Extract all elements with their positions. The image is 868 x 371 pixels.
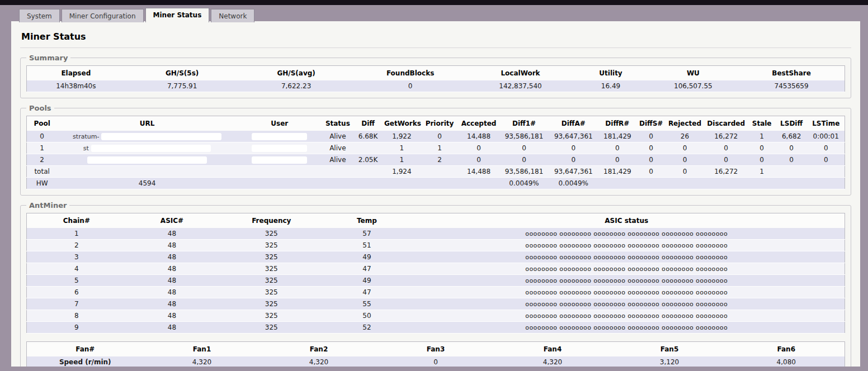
antminer-legend: AntMiner: [26, 201, 69, 210]
table-cell: oooooooo oooooooo oooooooo oooooooo oooo…: [408, 287, 845, 298]
column-header: Accepted: [458, 116, 499, 131]
table-cell: 48: [126, 240, 218, 251]
table-cell: 0: [807, 142, 845, 154]
table-cell: 14,488: [458, 131, 499, 142]
column-header: LSTime: [807, 116, 845, 131]
table-cell: 16.49: [573, 80, 648, 92]
column-header: LocalWork: [468, 66, 574, 81]
table-cell: 1: [748, 166, 775, 178]
table-cell: 2: [421, 154, 458, 166]
table-cell: 181,429: [598, 131, 636, 142]
table-cell: 325: [218, 275, 325, 287]
column-header: Fan6: [728, 342, 845, 357]
table-cell: [704, 178, 748, 189]
table-cell: 0: [666, 166, 704, 178]
table-cell: 325: [218, 251, 325, 263]
redaction-block: [252, 156, 307, 164]
summary-section: Summary ElapsedGH/S(5s)GH/S(avg)FoundBlo…: [20, 54, 851, 98]
pool-hw-row: HW45940.0049%0.0049%: [27, 178, 845, 189]
table-cell: oooooooo oooooooo oooooooo oooooooo oooo…: [408, 275, 845, 287]
table-cell: 0: [499, 142, 549, 154]
table-cell: 47: [325, 287, 408, 298]
column-header: Fan4: [494, 342, 611, 357]
table-cell: 0: [704, 154, 748, 166]
table-cell: 0: [748, 142, 775, 154]
table-cell: 48: [126, 310, 218, 322]
column-header: GetWorks: [383, 116, 421, 131]
table-cell: oooooooo oooooooo oooooooo oooooooo oooo…: [408, 228, 845, 240]
antminer-header-row: Chain#ASIC#FrequencyTempASIC status: [27, 213, 845, 229]
table-cell: 0: [666, 142, 704, 154]
table-cell: [776, 166, 808, 178]
tab-system[interactable]: System: [19, 9, 60, 22]
column-header: Rejected: [666, 116, 704, 131]
tab-miner-configuration[interactable]: Miner Configuration: [62, 9, 144, 22]
table-cell: [807, 166, 845, 178]
fan-speed-row: Speed (r/min)4,3204,32004,3203,1204,080: [27, 356, 845, 367]
fans-header-row: Fan#Fan1Fan2Fan3Fan4Fan5Fan6: [27, 342, 845, 357]
table-cell: 2.05K: [353, 154, 383, 166]
pools-legend: Pools: [26, 104, 54, 112]
chain-row: 64832547oooooooo oooooooo oooooooo ooooo…: [27, 287, 845, 298]
table-cell: 48: [126, 275, 218, 287]
table-cell: 325: [218, 240, 325, 251]
table-cell: 1: [27, 142, 58, 154]
table-cell: 0: [598, 154, 636, 166]
table-cell: 142,837,540: [468, 80, 574, 92]
table-cell: HW: [27, 178, 58, 189]
column-header: Elapsed: [27, 66, 125, 81]
table-cell: 0:00:01: [807, 131, 845, 142]
table-cell: 0: [807, 154, 845, 166]
table-cell: 5: [27, 275, 126, 287]
tab-network[interactable]: Network: [211, 9, 254, 22]
column-header: ASIC#: [126, 213, 218, 229]
table-cell: 0: [27, 131, 58, 142]
table-cell: 7,622.23: [239, 80, 353, 92]
page-title: Miner Status: [21, 31, 851, 42]
table-cell: 0: [499, 154, 549, 166]
table-cell: [666, 178, 704, 189]
column-header: Diff1#: [499, 116, 549, 131]
table-cell: 1: [27, 228, 126, 240]
table-cell: 7,775.91: [125, 80, 239, 92]
pools-header-row: PoolURLUserStatusDiffGetWorksPriorityAcc…: [27, 116, 845, 131]
table-cell: oooooooo oooooooo oooooooo oooooooo oooo…: [408, 251, 845, 263]
table-cell: [748, 178, 775, 189]
table-cell: 0: [421, 131, 458, 142]
column-header: User: [237, 116, 322, 131]
table-cell: [237, 142, 322, 154]
table-cell: 0: [549, 154, 598, 166]
table-cell: 93,586,181: [499, 166, 549, 178]
table-cell: [636, 178, 666, 189]
pool-row: 2Alive2.05K120000000000: [27, 154, 845, 166]
redaction-block: [252, 145, 307, 152]
table-cell: 7: [27, 298, 126, 310]
column-header: DiffR#: [598, 116, 636, 131]
redacted-fragment: st: [83, 145, 89, 152]
table-cell: [421, 166, 458, 178]
table-cell: oooooooo oooooooo oooooooo oooooooo oooo…: [408, 240, 845, 251]
tab-miner-status[interactable]: Miner Status: [145, 8, 210, 22]
table-cell: [383, 178, 421, 189]
summary-legend: Summary: [26, 54, 70, 62]
table-cell: 1,922: [383, 131, 421, 142]
table-cell: [458, 178, 499, 189]
table-cell: [237, 154, 322, 166]
pool-row: 0stratum-Alive6.68K1,922014,48893,586,18…: [27, 131, 845, 142]
table-cell: 48: [126, 298, 218, 310]
table-cell: 49: [325, 275, 408, 287]
table-cell: 0: [776, 142, 808, 154]
column-header: LSDiff: [776, 116, 808, 131]
table-cell: 48: [126, 263, 218, 275]
table-cell: oooooooo oooooooo oooooooo oooooooo oooo…: [408, 298, 845, 310]
table-cell: 48: [126, 322, 218, 334]
column-header: Fan1: [144, 342, 261, 357]
column-header: Fan3: [378, 342, 494, 357]
column-header: Fan5: [611, 342, 728, 357]
column-header: URL: [57, 116, 237, 131]
pools-table-body: 0stratum-Alive6.68K1,922014,48893,586,18…: [27, 131, 845, 189]
table-cell: 0: [549, 142, 598, 154]
table-cell: Alive: [322, 131, 354, 142]
summary-table-body: 14h38m40s7,775.917,622.230142,837,54016.…: [27, 80, 845, 92]
top-bar: [0, 0, 868, 5]
